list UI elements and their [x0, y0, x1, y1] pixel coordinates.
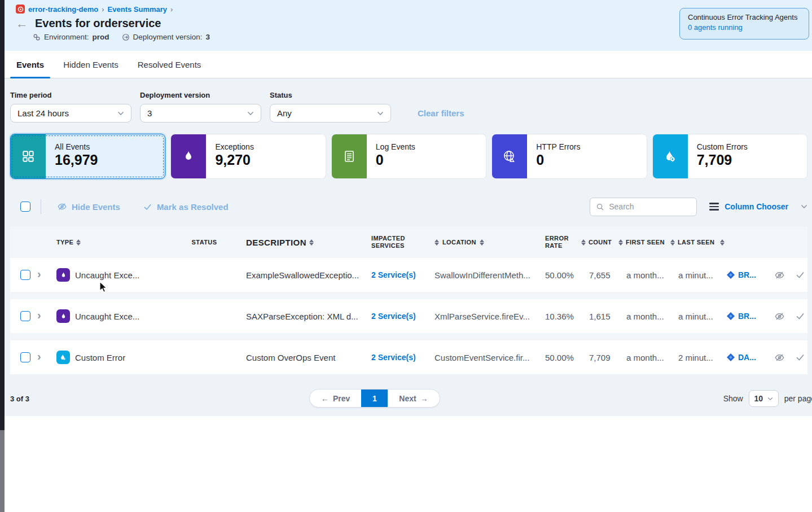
- pager: ← Prev 1 Next →: [309, 389, 440, 408]
- hide-events-button[interactable]: Hide Events: [57, 202, 120, 212]
- stat-card-value: 0: [536, 152, 580, 168]
- ticket-link[interactable]: DA...: [727, 353, 774, 362]
- event-type-label: Custom Error: [75, 353, 125, 362]
- impacted-services-link[interactable]: 2 Service(s): [371, 353, 416, 362]
- sort-icon[interactable]: [76, 239, 81, 246]
- prev-page-button[interactable]: ← Prev: [310, 390, 361, 407]
- column-header-impacted-services: IMPACTED SERVICES: [371, 235, 409, 250]
- deployment-version-icon: [122, 33, 130, 41]
- select-all-checkbox[interactable]: [20, 202, 30, 212]
- impacted-services-link[interactable]: 2 Service(s): [371, 270, 416, 279]
- last-seen-cell: a minut...: [678, 312, 727, 321]
- location-cell: CustomEventService.fir...: [434, 353, 545, 362]
- count-cell: 1,615: [589, 312, 626, 321]
- back-arrow-icon[interactable]: ←: [16, 19, 28, 29]
- resolve-event-icon[interactable]: [795, 352, 805, 362]
- exception-flame-icon: [56, 268, 70, 282]
- error-tracking-page: error-tracking-demo › Events Summary › ←…: [5, 0, 812, 512]
- time-period-label: Time period: [10, 91, 131, 99]
- last-seen-cell: a minut...: [678, 270, 727, 280]
- breadcrumb-separator: ›: [170, 5, 173, 14]
- flame-gear-icon: [653, 134, 688, 178]
- column-header-location: LOCATION: [442, 239, 476, 246]
- search-box: [590, 198, 697, 216]
- sort-icon[interactable]: [581, 239, 586, 246]
- stat-card-label: Exceptions: [215, 142, 253, 151]
- stat-card-custom-errors[interactable]: Custom Errors 7,709: [652, 134, 807, 179]
- column-header-status: STATUS: [192, 239, 217, 246]
- expand-row-icon[interactable]: ›: [37, 268, 41, 280]
- per-page-label: per page: [784, 394, 812, 403]
- breadcrumb-section-link[interactable]: Events Summary: [108, 5, 168, 14]
- row-checkbox[interactable]: [20, 311, 30, 321]
- current-page-button[interactable]: 1: [361, 390, 388, 407]
- jira-diamond-icon: [727, 353, 735, 361]
- column-header-error-rate: ERROR RATE: [545, 235, 569, 250]
- time-period-select[interactable]: Last 24 hours: [10, 104, 131, 122]
- document-icon: [332, 134, 367, 178]
- expand-row-icon[interactable]: ›: [37, 350, 41, 362]
- stat-card-exceptions[interactable]: Exceptions 9,270: [170, 134, 326, 179]
- clear-filters-button[interactable]: Clear filters: [418, 108, 464, 118]
- collapsed-sidebar-edge: [0, 0, 5, 512]
- deployment-label: Deployment version:: [133, 33, 203, 41]
- event-type-label: Uncaught Exce...: [75, 270, 139, 280]
- expand-row-icon[interactable]: ›: [37, 309, 41, 321]
- search-icon: [596, 203, 604, 211]
- time-period-value: Last 24 hours: [17, 108, 69, 118]
- resolve-event-icon[interactable]: [795, 270, 805, 280]
- sort-icon[interactable]: [309, 239, 314, 246]
- custom-error-flame-icon: [56, 351, 70, 364]
- sort-icon[interactable]: [670, 239, 675, 246]
- mark-resolved-button[interactable]: Mark as Resolved: [143, 202, 229, 212]
- hide-event-icon[interactable]: [774, 352, 785, 363]
- error-tracking-logo-icon: [16, 5, 25, 14]
- count-cell: 7,655: [589, 270, 626, 280]
- tab-resolved-events[interactable]: Resolved Events: [131, 51, 208, 78]
- table-row: › Uncaught Exce... SAXParseException: XM…: [10, 299, 807, 333]
- agents-running-link[interactable]: 0 agents running: [688, 23, 801, 32]
- tab-hidden-events[interactable]: Hidden Events: [57, 51, 125, 78]
- column-chooser-button[interactable]: Column Chooser: [709, 202, 807, 211]
- row-checkbox[interactable]: [20, 270, 30, 280]
- ticket-link[interactable]: BR...: [727, 270, 774, 279]
- table-row: › Custom Error Custom OverOps Event 2 Se…: [10, 340, 807, 374]
- stat-card-http-errors[interactable]: HTTP Errors 0: [491, 134, 647, 179]
- filters-row: Time period Last 24 hours Deployment ver…: [10, 91, 807, 122]
- bulk-actions-toolbar: Hide Events Mark as Resolved Column Choo…: [10, 197, 807, 216]
- impacted-services-link[interactable]: 2 Service(s): [371, 312, 416, 321]
- status-select[interactable]: Any: [270, 104, 391, 122]
- table-row: › Uncaught Exce... ExampleSwallowedExcep…: [10, 258, 807, 292]
- column-header-count: COUNT: [589, 239, 612, 246]
- page-size-select[interactable]: 10: [749, 390, 779, 407]
- stat-card-all-events[interactable]: All Events 16,979: [10, 134, 165, 179]
- search-input[interactable]: [609, 202, 682, 211]
- row-checkbox[interactable]: [20, 352, 30, 362]
- check-icon: [143, 202, 152, 212]
- sort-icon[interactable]: [618, 239, 623, 246]
- next-page-button[interactable]: Next →: [388, 390, 439, 407]
- last-seen-cell: 2 minut...: [678, 353, 727, 362]
- sort-icon[interactable]: [720, 239, 725, 246]
- tab-events[interactable]: Events: [10, 51, 50, 78]
- page-size-control: Show 10 per page: [723, 390, 812, 407]
- hide-event-icon[interactable]: [774, 270, 785, 281]
- stat-card-label: Log Events: [376, 142, 415, 151]
- stat-card-log-events[interactable]: Log Events 0: [331, 134, 486, 179]
- chevron-down-icon: [767, 397, 773, 401]
- deployment-version-value: 3: [147, 108, 152, 118]
- breadcrumb-project-link[interactable]: error-tracking-demo: [28, 5, 98, 14]
- main-content: Time period Last 24 hours Deployment ver…: [5, 78, 812, 416]
- environment-label: Environment:: [44, 33, 89, 41]
- description-cell: Custom OverOps Event: [246, 353, 371, 362]
- sort-icon[interactable]: [480, 239, 484, 246]
- deployment-version-select[interactable]: 3: [140, 104, 261, 122]
- sort-icon[interactable]: [434, 239, 439, 246]
- hide-event-icon[interactable]: [774, 311, 785, 322]
- table-header-row: TYPE STATUS DESCRIPTION IMPACTED SERVICE…: [10, 226, 807, 258]
- column-header-last-seen: LAST SEEN: [678, 239, 714, 246]
- stat-card-label: All Events: [55, 142, 98, 151]
- stat-card-value: 0: [376, 152, 415, 168]
- resolve-event-icon[interactable]: [795, 311, 805, 321]
- ticket-link[interactable]: BR...: [727, 312, 774, 321]
